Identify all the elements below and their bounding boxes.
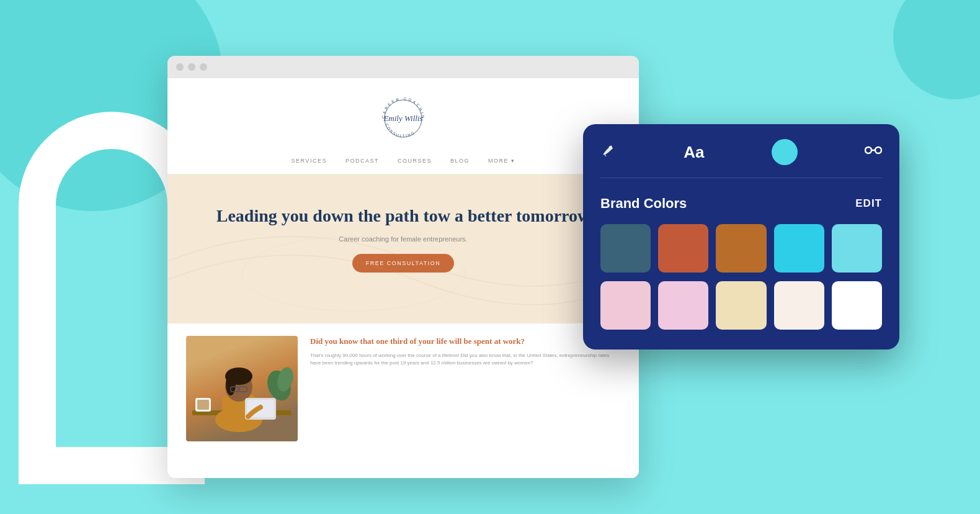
color-swatch-9[interactable] bbox=[774, 281, 824, 330]
hero-section: Leading you down the path tow a better t… bbox=[167, 174, 639, 323]
nav-podcast[interactable]: PODCAST bbox=[345, 158, 379, 164]
content-image bbox=[186, 336, 298, 441]
color-swatch-2[interactable] bbox=[658, 224, 708, 273]
brand-colors-panel: Aa Brand Colors EDIT bbox=[583, 124, 899, 349]
browser-dot-yellow bbox=[188, 63, 195, 71]
panel-header: Brand Colors EDIT bbox=[600, 196, 882, 212]
color-swatches-row1 bbox=[600, 224, 882, 273]
color-swatch-7[interactable] bbox=[658, 281, 708, 330]
link-icon[interactable] bbox=[865, 143, 882, 161]
browser-window: CAREER COACHING CONSULTING Emily Willis … bbox=[167, 56, 639, 478]
bg-circle-right-decoration bbox=[893, 0, 980, 99]
svg-rect-20 bbox=[875, 147, 881, 153]
website-logo: CAREER COACHING CONSULTING Emily Willis bbox=[167, 91, 639, 147]
browser-dot-red bbox=[176, 63, 184, 71]
color-swatches-row2 bbox=[600, 281, 882, 330]
content-heading-normal: Did you know that bbox=[310, 336, 376, 346]
content-heading-highlight: one third bbox=[376, 336, 408, 346]
nav-more[interactable]: MORE ▾ bbox=[488, 158, 515, 164]
content-body: That's roughly 90,000 hours of working o… bbox=[310, 352, 620, 367]
website-content: CAREER COACHING CONSULTING Emily Willis … bbox=[167, 78, 639, 478]
color-circle[interactable] bbox=[772, 139, 798, 165]
color-swatch-10[interactable] bbox=[832, 281, 882, 330]
website-nav: SERVICES PODCAST COURSES BLOG MORE ▾ bbox=[167, 151, 639, 168]
brush-icon[interactable] bbox=[600, 142, 617, 162]
color-swatch-1[interactable] bbox=[600, 224, 651, 273]
svg-rect-19 bbox=[865, 147, 871, 153]
content-heading-end: of your life will be spent at work? bbox=[408, 336, 525, 346]
content-heading: Did you know that one third of your life… bbox=[310, 336, 620, 347]
website-header: CAREER COACHING CONSULTING Emily Willis … bbox=[167, 78, 639, 174]
color-swatch-8[interactable] bbox=[716, 281, 766, 330]
svg-text:CONSULTING: CONSULTING bbox=[385, 123, 416, 138]
panel-toolbar: Aa bbox=[600, 139, 882, 178]
logo-name: Emily Willis bbox=[383, 114, 422, 124]
content-section: Did you know that one third of your life… bbox=[167, 323, 639, 454]
color-swatch-4[interactable] bbox=[774, 224, 824, 273]
nav-courses[interactable]: COURSES bbox=[398, 158, 432, 164]
nav-services[interactable]: SERVICES bbox=[292, 158, 327, 164]
logo-circle: CAREER COACHING CONSULTING Emily Willis bbox=[375, 91, 431, 147]
svg-point-2 bbox=[242, 237, 465, 311]
browser-bar bbox=[167, 56, 639, 78]
color-swatch-5[interactable] bbox=[832, 224, 882, 273]
typography-icon[interactable]: Aa bbox=[684, 143, 704, 162]
svg-rect-5 bbox=[197, 400, 209, 410]
edit-button[interactable]: EDIT bbox=[855, 197, 882, 210]
color-swatch-6[interactable] bbox=[600, 281, 651, 330]
color-swatch-3[interactable] bbox=[716, 224, 766, 273]
content-image-photo bbox=[186, 336, 298, 441]
content-text: Did you know that one third of your life… bbox=[310, 336, 620, 441]
browser-dot-green bbox=[200, 63, 207, 71]
nav-blog[interactable]: BLOG bbox=[450, 158, 470, 164]
brand-colors-title: Brand Colors bbox=[600, 196, 687, 212]
